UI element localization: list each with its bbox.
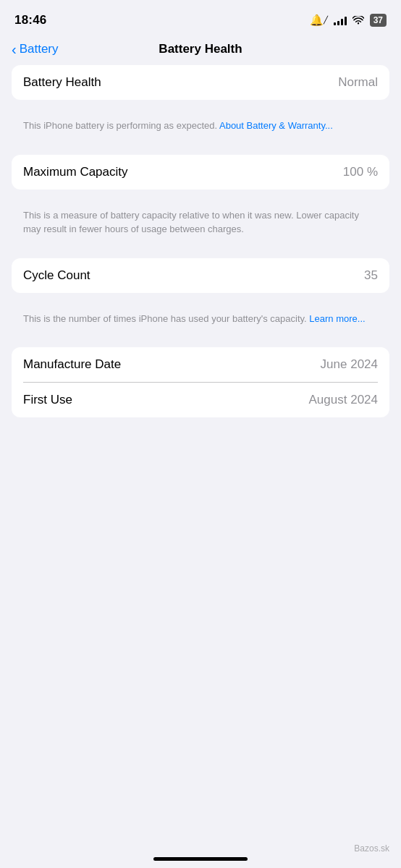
status-right-icons: 🔔╱ 37 bbox=[310, 14, 387, 27]
max-capacity-label: Maximum Capacity bbox=[23, 165, 128, 179]
nav-header: ‹ Battery Battery Health bbox=[0, 36, 401, 65]
first-use-label: First Use bbox=[23, 393, 72, 407]
bell-mute-icon: 🔔╱ bbox=[310, 14, 328, 27]
back-button[interactable]: ‹ Battery bbox=[12, 42, 59, 56]
status-bar: 18:46 🔔╱ 37 bbox=[0, 0, 401, 36]
home-indicator bbox=[153, 857, 248, 861]
cycle-count-value: 35 bbox=[364, 268, 378, 283]
cycle-count-row: Cycle Count 35 bbox=[12, 258, 389, 293]
battery-health-row: Battery Health Normal bbox=[12, 65, 389, 100]
max-capacity-value: 100 % bbox=[343, 165, 378, 179]
first-use-value: August 2024 bbox=[309, 393, 378, 407]
content-area: Battery Health Normal This iPhone batter… bbox=[0, 65, 401, 417]
cycle-count-label: Cycle Count bbox=[23, 268, 90, 283]
manufacture-date-label: Manufacture Date bbox=[23, 357, 121, 372]
max-capacity-row: Maximum Capacity 100 % bbox=[12, 155, 389, 190]
max-capacity-description: This is a measure of battery capacity re… bbox=[12, 204, 389, 244]
signal-icon bbox=[334, 15, 347, 25]
chevron-left-icon: ‹ bbox=[12, 42, 17, 56]
battery-warranty-link[interactable]: About Battery & Warranty... bbox=[219, 120, 333, 131]
learn-more-link[interactable]: Learn more... bbox=[309, 313, 365, 324]
cycle-count-card: Cycle Count 35 bbox=[12, 258, 389, 293]
max-capacity-card: Maximum Capacity 100 % bbox=[12, 155, 389, 190]
manufacture-date-row: Manufacture Date June 2024 bbox=[12, 347, 389, 382]
wifi-icon bbox=[353, 16, 364, 25]
battery-health-description: This iPhone battery is performing as exp… bbox=[12, 114, 389, 140]
battery-icon: 37 bbox=[370, 14, 387, 27]
dates-card: Manufacture Date June 2024 First Use Aug… bbox=[12, 347, 389, 417]
first-use-row: First Use August 2024 bbox=[12, 383, 389, 417]
battery-health-card: Battery Health Normal bbox=[12, 65, 389, 100]
manufacture-date-value: June 2024 bbox=[321, 357, 378, 372]
status-time: 18:46 bbox=[14, 13, 46, 27]
back-label: Battery bbox=[20, 42, 59, 56]
battery-health-value: Normal bbox=[338, 75, 378, 90]
page-title: Battery Health bbox=[159, 42, 242, 56]
watermark: Bazos.sk bbox=[354, 843, 389, 854]
cycle-count-description: This is the number of times iPhone has u… bbox=[12, 307, 389, 333]
battery-health-label: Battery Health bbox=[23, 75, 101, 90]
